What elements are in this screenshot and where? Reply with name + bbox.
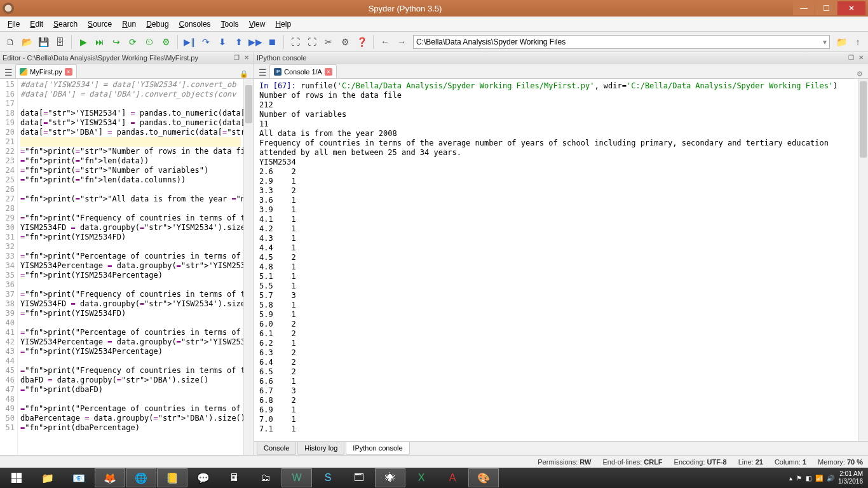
console-output[interactable]: In [67]: runfile('C:/Bella/Data Analysis…: [254, 79, 868, 441]
chevron-down-icon: ▾: [823, 37, 827, 46]
taskbar-mail[interactable]: 📧: [64, 468, 94, 487]
menu-run[interactable]: Run: [117, 18, 141, 30]
taskbar-notepad[interactable]: 📒: [157, 468, 187, 487]
taskbar-paint[interactable]: 🎨: [468, 468, 499, 487]
panel-close-button[interactable]: ✕: [857, 53, 865, 62]
run-selection-button[interactable]: ↪: [109, 34, 124, 50]
stepover-button[interactable]: ↷: [198, 34, 214, 50]
run-cell-button[interactable]: ⏭: [92, 34, 107, 50]
run-config-button[interactable]: ⚙: [158, 34, 173, 50]
panel-close-button[interactable]: ✕: [242, 53, 251, 62]
tray-flag-icon[interactable]: ⚑: [796, 475, 802, 482]
taskbar-acrobat[interactable]: A: [437, 468, 468, 487]
run-again-button[interactable]: ⟳: [125, 34, 140, 50]
ipython-icon: IP: [274, 68, 281, 76]
tray-network-icon[interactable]: 📶: [815, 475, 823, 482]
maximize-panel-button[interactable]: ⛶: [288, 34, 303, 50]
editor-scrollbar[interactable]: [243, 79, 254, 455]
window-title: Spyder (Python 3.5): [18, 4, 792, 13]
tabs-menu-button[interactable]: ☰: [257, 67, 268, 78]
menu-file[interactable]: File: [3, 18, 25, 30]
console-bottom-tab[interactable]: Console: [257, 442, 296, 455]
stop-debug-button[interactable]: ⏹: [264, 34, 280, 50]
taskbar-spyder[interactable]: 🕷: [375, 468, 405, 487]
window-titlebar: Spyder (Python 3.5) — ☐ ✕: [0, 0, 868, 17]
taskbar-gtalk[interactable]: 💬: [188, 468, 219, 487]
taskbar-excel[interactable]: X: [406, 468, 437, 487]
spyder-icon: [3, 3, 14, 14]
start-button[interactable]: [1, 468, 32, 487]
tabs-menu-button[interactable]: ☰: [3, 67, 14, 78]
editor-panel: Editor - C:\Bella\Data Analysis\Spyder W…: [0, 52, 254, 455]
console-scrollbar[interactable]: [858, 79, 868, 441]
main-toolbar: 🗋 📂 💾 🗄 ▶ ⏭ ↪ ⟳ ⏲ ⚙ ▶∥ ↷ ⬇ ⬆ ▶▶ ⏹ ⛶ ⛶ ✂ …: [0, 32, 868, 52]
code-editor[interactable]: 15 16 17 18 19 20 21 22 23 24 25 26 27 2…: [0, 79, 254, 455]
maximize-button[interactable]: ☐: [815, 1, 837, 15]
toolbar-separator: [283, 35, 284, 49]
parent-dir-button[interactable]: ↑: [850, 34, 865, 50]
menu-view[interactable]: View: [244, 18, 271, 30]
saveall-button[interactable]: 🗄: [52, 34, 67, 50]
menu-search[interactable]: Search: [48, 18, 83, 30]
taskbar-calc[interactable]: 🖩: [219, 468, 250, 487]
console-panel-header: IPython console ❐ ✕: [254, 52, 868, 64]
toolbar-separator: [373, 35, 374, 49]
close-tab-button[interactable]: ×: [65, 68, 72, 76]
console-bottom-tab[interactable]: History log: [297, 442, 344, 455]
taskbar-explorer[interactable]: 📁: [32, 468, 63, 487]
close-button[interactable]: ✕: [837, 1, 865, 15]
options-button[interactable]: ⚙: [854, 70, 865, 78]
nav-forward-button[interactable]: →: [394, 34, 409, 50]
menu-edit[interactable]: Edit: [25, 18, 48, 30]
tray-volume-icon[interactable]: 🔊: [827, 475, 834, 482]
menu-debug[interactable]: Debug: [141, 18, 173, 30]
debug-button[interactable]: ▶∥: [182, 34, 197, 50]
menu-help[interactable]: Help: [270, 18, 296, 30]
browse-dir-button[interactable]: 📁: [834, 34, 849, 50]
line-number-gutter: 15 16 17 18 19 20 21 22 23 24 25 26 27 2…: [0, 79, 18, 455]
stepout-button[interactable]: ⬆: [231, 34, 247, 50]
run-button[interactable]: ▶: [76, 34, 91, 50]
tray-up-icon[interactable]: ▴: [789, 475, 792, 482]
toolbar-separator: [177, 35, 178, 49]
preferences-button[interactable]: ⚙: [337, 34, 353, 50]
system-clock[interactable]: 2:01 AM 1/3/2016: [838, 470, 863, 485]
fullscreen-button[interactable]: ⛶: [304, 34, 320, 50]
minimize-button[interactable]: —: [793, 1, 815, 15]
new-file-button[interactable]: 🗋: [3, 34, 18, 50]
toolbar-separator: [71, 35, 72, 49]
panel-undock-button[interactable]: ❐: [846, 53, 855, 62]
nav-back-button[interactable]: ←: [377, 34, 393, 50]
menu-consoles[interactable]: Consoles: [174, 18, 216, 30]
code-area[interactable]: #data['YISW2534'] = data['YISW2534'].con…: [18, 79, 243, 455]
continue-button[interactable]: ▶▶: [248, 34, 263, 50]
status-permissions: Permissions: RW: [538, 458, 591, 466]
console-tabstrip: ☰ IP Console 1/A × ⚙: [254, 64, 868, 79]
taskbar-app2[interactable]: 🗔: [344, 468, 374, 487]
console-bottom-tab[interactable]: IPython console: [346, 442, 409, 455]
open-file-button[interactable]: 📂: [19, 34, 34, 50]
working-directory-input[interactable]: C:\Bella\Data Analysis\Spyder Working Fi…: [413, 35, 830, 49]
taskbar-chrome[interactable]: 🌐: [126, 468, 156, 487]
taskbar-firefox[interactable]: 🦊: [95, 468, 125, 487]
menu-bar: FileEditSearchSourceRunDebugConsolesTool…: [0, 17, 868, 32]
taskbar-word[interactable]: W: [281, 468, 312, 487]
menu-tools[interactable]: Tools: [216, 18, 244, 30]
save-button[interactable]: 💾: [36, 34, 51, 50]
taskbar-app[interactable]: 🗂: [250, 468, 281, 487]
system-tray[interactable]: ▴ ⚑ ◧ 📶 🔊 2:01 AM 1/3/2016: [785, 470, 867, 485]
run-profile-button[interactable]: ⏲: [142, 34, 157, 50]
taskbar-skype[interactable]: S: [313, 468, 343, 487]
options-button[interactable]: 🔒: [237, 70, 251, 78]
console-tab[interactable]: IP Console 1/A ×: [269, 64, 337, 78]
tools-button[interactable]: ✂: [321, 34, 336, 50]
editor-tab[interactable]: MyFirst.py ×: [15, 64, 77, 78]
stepin-button[interactable]: ⬇: [215, 34, 230, 50]
close-tab-button[interactable]: ×: [325, 68, 332, 76]
panel-undock-button[interactable]: ❐: [232, 53, 241, 62]
pythonpath-button[interactable]: ❓: [354, 34, 369, 50]
editor-panel-header: Editor - C:\Bella\Data Analysis\Spyder W…: [0, 52, 254, 64]
menu-source[interactable]: Source: [83, 18, 117, 30]
tray-media-icon[interactable]: ◧: [806, 475, 811, 482]
status-encoding: Encoding: UTF-8: [674, 458, 727, 466]
